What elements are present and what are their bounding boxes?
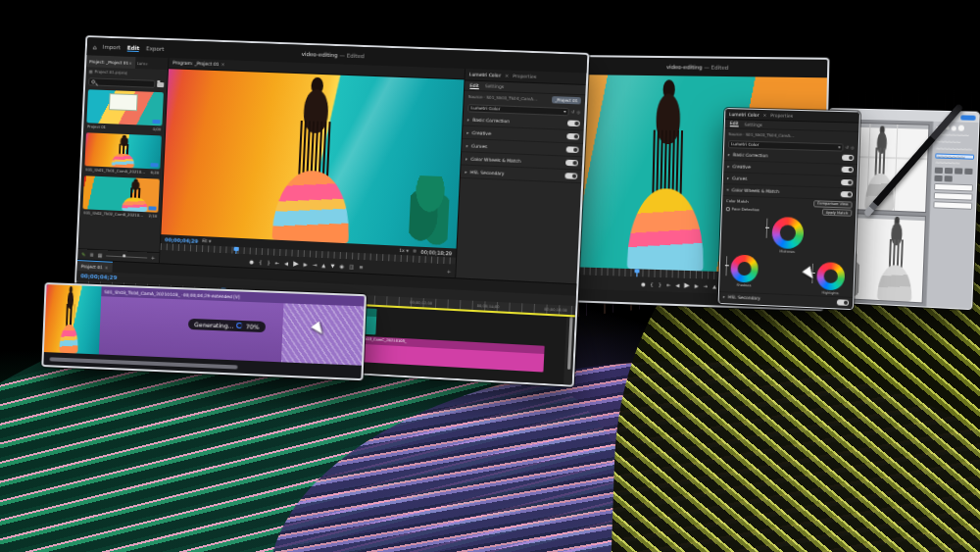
play-icon[interactable]: ▶	[684, 281, 690, 289]
clip-target-button[interactable]: _Project 01	[552, 96, 581, 104]
mini-button[interactable]	[935, 168, 943, 174]
new-bin-folder-icon[interactable]	[157, 81, 164, 86]
search-input[interactable]	[88, 77, 155, 88]
reset-icon[interactable]: ↺	[571, 109, 575, 114]
playhead[interactable]	[637, 269, 638, 276]
step-forward-icon[interactable]: ▶	[304, 261, 308, 267]
panel-plus-icon[interactable]: +	[447, 268, 452, 274]
lift-icon[interactable]: ▲	[712, 283, 716, 289]
bin-thumbnail[interactable]	[86, 89, 164, 125]
subtab-edit[interactable]: Edit	[730, 122, 739, 127]
menu-edit[interactable]: Edit	[127, 44, 140, 51]
menu-icon[interactable]: ≡	[359, 264, 364, 270]
ruler-label: 00;00;14;00	[476, 303, 499, 308]
go-to-out-icon[interactable]: ⇥	[704, 283, 708, 289]
section-toggle[interactable]	[565, 160, 578, 167]
snapshot-icon[interactable]: ◉	[339, 263, 344, 269]
extract-icon[interactable]: ▼	[330, 262, 334, 268]
section-toggle[interactable]	[566, 133, 579, 140]
overflow-chevron-icon[interactable]: »	[145, 61, 148, 66]
mark-out-icon[interactable]: }	[659, 281, 662, 287]
section-toggle[interactable]	[842, 167, 854, 173]
section-toggle[interactable]	[841, 191, 853, 197]
compare-icon[interactable]: ◫	[349, 263, 354, 269]
lift-icon[interactable]: ▲	[321, 262, 325, 268]
settings-wrench-icon[interactable]: ⚙	[413, 248, 416, 253]
list-view-icon[interactable]: ≣	[89, 252, 93, 258]
mini-button[interactable]	[964, 169, 972, 175]
menu-import[interactable]: Import	[103, 44, 121, 51]
fit-dropdown[interactable]: Fit ▾	[202, 238, 211, 243]
mini-button[interactable]	[934, 176, 942, 181]
go-to-in-icon[interactable]: ⇤	[275, 260, 280, 266]
eye-icon[interactable]: ◎	[851, 145, 855, 150]
tab-close-icon[interactable]: ×	[505, 74, 509, 78]
mark-in-icon[interactable]: {	[651, 281, 654, 287]
subtab-settings[interactable]: Settings	[485, 83, 505, 89]
face-detection-checkbox[interactable]	[726, 207, 730, 211]
brush-stroke-option[interactable]: ~~~~~~	[935, 161, 974, 167]
thumbnail-zoom-slider[interactable]	[106, 255, 147, 258]
program-tab[interactable]: Program: _Project 01	[172, 61, 219, 68]
bin-thumbnail[interactable]	[82, 176, 159, 213]
midtones-slider[interactable]	[766, 219, 768, 238]
section-toggle[interactable]	[564, 173, 577, 179]
brush-stroke-option[interactable]: ~~~~~~~~	[936, 132, 975, 138]
bin-thumbnail[interactable]	[84, 132, 162, 169]
shadows-slider[interactable]	[725, 256, 727, 276]
mini-button[interactable]	[945, 168, 953, 174]
bin-item[interactable]: Project 01 4;03	[86, 89, 164, 133]
shadows-wheel[interactable]	[730, 254, 759, 282]
mini-button[interactable]	[955, 168, 962, 174]
tab-close-icon[interactable]: ×	[220, 63, 224, 68]
eye-icon[interactable]: ◎	[576, 109, 580, 114]
midtones-wheel[interactable]	[771, 217, 804, 249]
bin-item[interactable]: S01_Sh01_Tk01_CamA_20210103_ 6;28	[84, 132, 162, 176]
tab-overflow[interactable]: Lum	[137, 61, 146, 66]
timeline-vertical-scrollbar[interactable]	[567, 317, 573, 370]
section-toggle[interactable]	[841, 178, 853, 184]
brush-stroke-option[interactable]: ~~~~~~~~~	[936, 146, 975, 152]
go-to-out-icon[interactable]: ⇥	[313, 261, 318, 267]
mark-in-icon[interactable]: {	[259, 259, 263, 265]
highlights-wheel[interactable]	[816, 262, 845, 290]
subtab-settings[interactable]: Settings	[744, 122, 762, 127]
new-item-icon[interactable]: +	[151, 255, 155, 261]
brush-stroke-option-selected[interactable]: ~~~~~~~	[935, 153, 974, 159]
tab-close-icon[interactable]: ×	[105, 265, 109, 270]
go-to-in-icon[interactable]: ⇤	[666, 281, 670, 287]
marker-icon[interactable]: ●	[641, 281, 646, 287]
pen-tool-icon[interactable]: ✎	[81, 251, 85, 257]
home-icon[interactable]: ⌂	[93, 43, 97, 50]
layer-swatch[interactable]	[934, 192, 973, 201]
mini-button[interactable]	[945, 176, 953, 181]
scale-dropdown[interactable]: 1x ▾	[399, 248, 409, 254]
primary-action-button[interactable]	[960, 115, 976, 120]
tab-close-icon[interactable]: ×	[128, 60, 132, 65]
section-toggle[interactable]	[566, 146, 579, 153]
step-back-icon[interactable]: ◀	[675, 282, 679, 288]
section-toggle[interactable]	[842, 155, 854, 161]
reset-icon[interactable]: ↺	[846, 145, 850, 150]
marker-icon[interactable]: ●	[249, 258, 254, 264]
tab-close-icon[interactable]: ×	[762, 113, 766, 118]
grid-view-icon[interactable]: ▦	[98, 252, 103, 258]
brush-stroke-option[interactable]: ~~~~~~	[936, 139, 975, 145]
step-forward-icon[interactable]: ▶	[695, 282, 699, 288]
step-back-icon[interactable]: ◀	[284, 260, 288, 266]
section-toggle[interactable]	[567, 120, 580, 126]
subtab-edit[interactable]: Edit	[469, 82, 478, 88]
section-toggle[interactable]	[837, 299, 849, 306]
tab-lumetri-color[interactable]: Lumetri Color	[729, 112, 759, 118]
mark-out-icon[interactable]: }	[267, 259, 270, 265]
menu-export[interactable]: Export	[146, 45, 164, 52]
generating-clip[interactable]: S01_Sh03_Tk04_CamA_20210103_ -00;00;04;2…	[99, 286, 365, 366]
layer-swatch[interactable]	[933, 201, 972, 210]
play-icon[interactable]: ▶	[293, 259, 299, 267]
tab-properties[interactable]: Properties	[513, 74, 536, 79]
bin-item[interactable]: S01_Sh02_Tk02_CamB_20210103_ 2;18	[82, 176, 160, 221]
tab-properties[interactable]: Properties	[770, 113, 793, 119]
playhead[interactable]	[236, 247, 237, 254]
layer-swatch[interactable]	[934, 183, 973, 192]
tab-lumetri-color[interactable]: Lumetri Color	[469, 72, 501, 77]
